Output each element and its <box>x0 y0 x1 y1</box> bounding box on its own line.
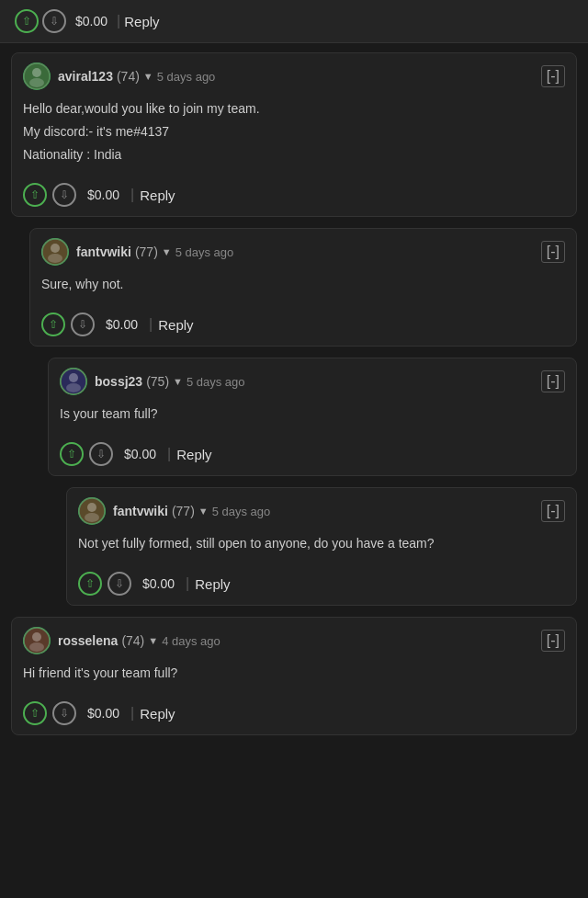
comment-footer-comment-2: ⇧⇩$0.00|Reply <box>30 307 576 346</box>
amount-comment-2: $0.00 <box>106 317 138 332</box>
avatar-comment-1 <box>23 63 51 90</box>
divider-comment-2: | <box>149 316 153 333</box>
amount-comment-3: $0.00 <box>124 447 156 461</box>
svg-point-2 <box>29 78 44 87</box>
user-info-comment-1: aviral123(74)▼5 days ago <box>58 69 215 84</box>
avatar-comment-4 <box>78 497 106 525</box>
comment-footer-comment-4: ⇧⇩$0.00|Reply <box>67 566 576 605</box>
collapse-button-comment-5[interactable]: [-] <box>541 630 565 652</box>
username-comment-2: fantvwiki <box>76 244 131 259</box>
svg-point-7 <box>69 373 78 382</box>
upvote-button-comment-1[interactable]: ⇧ <box>23 183 47 207</box>
reply-button-comment-2[interactable]: Reply <box>158 317 193 333</box>
reply-button-comment-3[interactable]: Reply <box>176 447 211 462</box>
user-info-comment-4: fantvwiki(77)▼5 days ago <box>113 504 270 518</box>
downvote-button-comment-2[interactable]: ⇩ <box>71 313 95 336</box>
avatar-comment-2 <box>41 238 69 266</box>
score-comment-1: (74) <box>117 69 140 84</box>
comment-header-comment-2: fantvwiki(77)▼5 days ago[-] <box>30 229 576 271</box>
svg-point-14 <box>29 642 44 652</box>
reply-button-comment-1[interactable]: Reply <box>140 188 175 203</box>
upvote-button-comment-2[interactable]: ⇧ <box>41 313 65 336</box>
comment-header-comment-5: rosselena(74)▼4 days ago[-] <box>12 618 576 660</box>
divider-comment-5: | <box>130 705 134 722</box>
top-amount: $0.00 <box>75 14 107 28</box>
score-comment-2: (77) <box>135 244 158 259</box>
dropdown-arrow-comment-1[interactable]: ▼ <box>143 71 153 82</box>
comment-footer-comment-3: ⇧⇩$0.00|Reply <box>49 437 576 475</box>
score-comment-5: (74) <box>121 633 144 648</box>
comment-header-left-comment-2: fantvwiki(77)▼5 days ago <box>41 238 233 266</box>
comment-footer-comment-5: ⇧⇩$0.00|Reply <box>12 696 576 734</box>
comment-body-line: Sure, why not. <box>41 275 565 294</box>
svg-point-8 <box>66 383 81 392</box>
divider-comment-4: | <box>186 575 189 592</box>
amount-comment-1: $0.00 <box>87 188 119 202</box>
amount-comment-5: $0.00 <box>87 706 119 721</box>
user-info-comment-3: bossj23(75)▼5 days ago <box>95 374 245 389</box>
upvote-button-comment-5[interactable]: ⇧ <box>23 701 47 725</box>
collapse-button-comment-2[interactable]: [-] <box>541 241 565 263</box>
reply-button-comment-4[interactable]: Reply <box>195 576 230 592</box>
comment-body-line: Hi friend it's your team full? <box>23 664 565 683</box>
divider-comment-1: | <box>130 187 134 203</box>
upvote-button-comment-3[interactable]: ⇧ <box>60 442 84 466</box>
comment-card-comment-1: aviral123(74)▼5 days ago[-]Hello dear,wo… <box>11 52 577 217</box>
top-reply-button[interactable]: Reply <box>124 14 159 29</box>
comment-card-comment-5: rosselena(74)▼4 days ago[-]Hi friend it'… <box>11 617 577 735</box>
comment-body-line: Hello dear,would you like to join my tea… <box>23 99 565 119</box>
comment-card-comment-4: fantvwiki(77)▼5 days ago[-]Not yet fully… <box>66 487 577 606</box>
comments-area: aviral123(74)▼5 days ago[-]Hello dear,wo… <box>0 43 588 756</box>
comment-header-left-comment-1: aviral123(74)▼5 days ago <box>23 63 215 90</box>
top-vote-controls: ⇧ ⇩ $0.00 | Reply <box>15 9 160 33</box>
top-downvote-button[interactable]: ⇩ <box>42 9 66 33</box>
downvote-button-comment-4[interactable]: ⇩ <box>107 572 131 596</box>
upvote-button-comment-4[interactable]: ⇧ <box>78 572 102 596</box>
collapse-button-comment-4[interactable]: [-] <box>541 500 565 522</box>
dropdown-arrow-comment-4[interactable]: ▼ <box>198 506 209 517</box>
comment-body-line: Is your team full? <box>60 404 565 424</box>
top-upvote-button[interactable]: ⇧ <box>15 9 39 33</box>
timestamp-comment-2: 5 days ago <box>175 245 234 259</box>
svg-point-5 <box>48 254 62 263</box>
comment-body-line: Nationality : India <box>23 145 565 165</box>
comment-header-comment-1: aviral123(74)▼5 days ago[-] <box>12 53 576 96</box>
comment-body-line: My discord:- it's me#4137 <box>23 122 565 142</box>
reply-button-comment-5[interactable]: Reply <box>140 706 175 722</box>
user-info-comment-5: rosselena(74)▼4 days ago <box>58 633 220 648</box>
divider-comment-3: | <box>167 446 171 462</box>
username-comment-5: rosselena <box>58 633 118 648</box>
downvote-button-comment-5[interactable]: ⇩ <box>52 701 76 725</box>
comment-header-left-comment-4: fantvwiki(77)▼5 days ago <box>78 497 270 525</box>
comment-card-comment-2: fantvwiki(77)▼5 days ago[-]Sure, why not… <box>29 228 577 347</box>
score-comment-4: (77) <box>172 504 195 518</box>
downvote-button-comment-1[interactable]: ⇩ <box>52 183 76 207</box>
comment-body-comment-2: Sure, why not. <box>30 271 576 307</box>
username-comment-4: fantvwiki <box>113 504 168 518</box>
avatar-comment-3 <box>60 368 87 395</box>
dropdown-arrow-comment-5[interactable]: ▼ <box>148 635 158 646</box>
collapse-button-comment-1[interactable]: [-] <box>541 65 565 87</box>
comment-header-left-comment-3: bossj23(75)▼5 days ago <box>60 368 245 395</box>
comment-header-comment-4: fantvwiki(77)▼5 days ago[-] <box>67 488 576 530</box>
comment-header-comment-3: bossj23(75)▼5 days ago[-] <box>49 358 576 401</box>
collapse-button-comment-3[interactable]: [-] <box>541 370 565 392</box>
timestamp-comment-1: 5 days ago <box>157 70 216 84</box>
score-comment-3: (75) <box>146 374 169 389</box>
dropdown-arrow-comment-2[interactable]: ▼ <box>162 246 172 257</box>
dropdown-arrow-comment-3[interactable]: ▼ <box>173 376 183 387</box>
svg-point-13 <box>32 632 41 642</box>
downvote-button-comment-3[interactable]: ⇩ <box>89 442 113 466</box>
comment-body-comment-3: Is your team full? <box>49 401 576 437</box>
user-info-comment-2: fantvwiki(77)▼5 days ago <box>76 244 233 259</box>
timestamp-comment-4: 5 days ago <box>212 505 271 518</box>
svg-point-1 <box>32 68 41 77</box>
timestamp-comment-5: 4 days ago <box>162 634 220 648</box>
comment-header-left-comment-5: rosselena(74)▼4 days ago <box>23 627 220 654</box>
comment-footer-comment-1: ⇧⇩$0.00|Reply <box>12 177 576 216</box>
timestamp-comment-3: 5 days ago <box>187 375 245 389</box>
username-comment-1: aviral123 <box>58 69 113 84</box>
amount-comment-4: $0.00 <box>142 576 175 591</box>
top-bar: ⇧ ⇩ $0.00 | Reply <box>0 0 588 43</box>
top-divider: | <box>117 13 120 29</box>
